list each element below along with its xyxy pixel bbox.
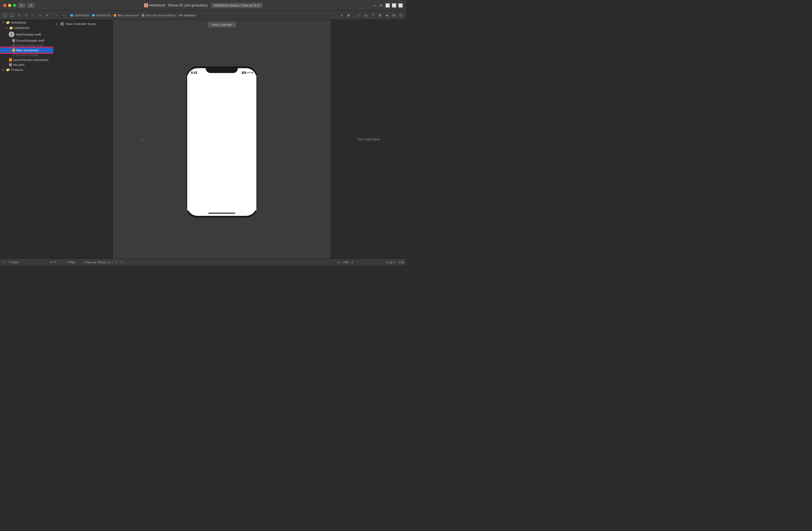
locate-icon[interactable]: ◎	[363, 12, 369, 18]
filter-left-area: ⊙ Filter	[8, 261, 18, 264]
inspector-toggle-icon[interactable]: ⊞	[346, 12, 351, 18]
hide-navigator-button[interactable]	[2, 12, 8, 18]
view-as-label: View as: iPhone 11	[86, 261, 111, 264]
svg-rect-24	[61, 23, 62, 25]
add-button[interactable]: +	[372, 3, 377, 8]
sidebar-item-assets[interactable]: Assets.xcassets	[0, 53, 54, 57]
new-file-icon[interactable]: □	[356, 12, 362, 18]
zoom-out-button[interactable]: —	[337, 260, 341, 264]
svg-rect-16	[12, 44, 15, 47]
svg-rect-3	[3, 14, 7, 17]
layout-single-icon[interactable]: ⬜	[385, 3, 390, 8]
run-button[interactable]: ▶	[18, 3, 25, 8]
filter-x-icon[interactable]: ✕	[54, 261, 56, 264]
navigator-panel: ▶ 📁 HelloWorld ▶ 📁 HelloWorld AppDelegat…	[0, 20, 54, 259]
svg-text:SB: SB	[13, 50, 15, 51]
scene-item-vc[interactable]: ▶ View Controller Scene	[54, 21, 113, 27]
embed-button[interactable]: ⊞	[401, 261, 404, 264]
svg-text:S: S	[13, 40, 14, 42]
toggle-panel-button[interactable]	[9, 12, 15, 18]
vc-label-bar: View Controller	[113, 20, 331, 27]
device-inspector-icon[interactable]: ⊡	[398, 12, 404, 18]
sidebar-products-label: Products	[11, 68, 23, 71]
minimize-button[interactable]	[8, 4, 11, 7]
maximize-button[interactable]	[13, 4, 16, 7]
entry-point-arrow: →	[140, 136, 145, 142]
vc-cube-icon	[61, 23, 63, 25]
main-layout: ▶ 📁 HelloWorld ▶ 📁 HelloWorld AppDelegat…	[0, 20, 406, 259]
titlebar-center: HelloWorld › iPhone SE (2nd generation) …	[37, 3, 370, 8]
environment-icon[interactable]: ○	[30, 12, 36, 18]
iphone-frame: 9:41 ▐▐▐ WiFi ▮	[186, 65, 258, 219]
nav-buttons: ‹ ›	[55, 12, 67, 18]
breadcrumb-selection[interactable]: No Selection	[179, 14, 196, 17]
breadcrumb-storyboard[interactable]: Main.storyboard	[117, 14, 139, 17]
assets-file-icon	[12, 54, 15, 57]
stop-button[interactable]: ■	[27, 3, 34, 8]
filter-right-icon: ⊙	[66, 261, 68, 264]
list-view-icon[interactable]: ≡	[338, 12, 345, 18]
sidebar-mainstoryboard-label: Main.storyboard	[16, 48, 38, 52]
filter-hierarchy-icon[interactable]: ⊙	[50, 261, 52, 264]
filter-icon[interactable]: ≡	[44, 12, 50, 18]
breadcrumb-storyboard-icon	[114, 14, 116, 17]
breadcrumb: HelloWorld › HelloWorld › Main.storyboar…	[70, 14, 337, 17]
sidebar-item-launchscreen[interactable]: LaunchScreen.storyboard	[0, 57, 54, 62]
launchscreen-icon	[9, 58, 12, 61]
split-horizontal-icon[interactable]: ⇄	[379, 3, 383, 8]
sidebar-item-mainstoryboard[interactable]: SB Main.storyboard	[0, 48, 54, 53]
disclosure-triangle-group: ▶	[5, 27, 8, 29]
toolbar: ⚠ ◇ ○ ⑂ ≡ ‹ › HelloWorld › HelloWorld › …	[0, 11, 406, 20]
breadcrumb-project[interactable]: HelloWorld	[74, 14, 89, 17]
forward-nav-button[interactable]: ›	[61, 12, 67, 18]
help-icon[interactable]: ?	[370, 12, 376, 18]
root-folder-icon: 📁	[6, 21, 10, 25]
scene-disclosure: ▶	[56, 23, 59, 25]
layout-split-icon[interactable]: ⬜	[392, 3, 396, 8]
layout-triple-icon[interactable]: ⬜	[398, 3, 403, 8]
library-icon[interactable]: ⊞	[377, 12, 383, 18]
sidebar-item-scenedelegate[interactable]: S SceneDelegate.swift	[0, 38, 54, 43]
inspector-icon[interactable]: ◈	[384, 12, 390, 18]
arrow-symbol: →	[140, 136, 145, 142]
sidebar-appdelegate-label: AppDelegate.swift	[16, 33, 41, 36]
scene-panel: ▶ View Controller Scene	[54, 20, 113, 259]
bottom-center: ⊙ Filter □ View as: iPhone 11 (⌃C ⌃R) — …	[60, 260, 353, 264]
iphone-status-bar: 9:41 ▐▐▐ WiFi ▮	[186, 68, 258, 77]
sidebar-root-label: HelloWorld	[11, 21, 26, 24]
plist-icon: PL	[9, 63, 12, 66]
build-status: HelloWorld: Ready | Today at 19:12	[211, 3, 263, 8]
titlebar-right-controls: + ⇄ ⬜ ⬜ ⬜	[372, 3, 403, 8]
sidebar-item-appicon[interactable]: AppDelegate.swift	[0, 31, 54, 38]
sidebar-item-viewcontroller[interactable]: ViewController.swift	[0, 43, 54, 48]
bottom-right: ⊙ ⊟ ⊢ ⊣ ⊞	[356, 261, 404, 264]
fit-canvas-button[interactable]: ⊙	[386, 261, 389, 264]
battery-icon: ▮	[251, 71, 253, 74]
not-applicable-label: Not Applicable	[358, 137, 380, 141]
svg-rect-8	[92, 15, 95, 16]
svg-text:PL: PL	[10, 64, 11, 66]
breadcrumb-group[interactable]: HelloWorld	[96, 14, 111, 17]
breakpoint-icon[interactable]: ◇	[23, 12, 29, 18]
storyboard-file-icon: SB	[12, 48, 15, 52]
add-file-button[interactable]: +	[2, 260, 6, 264]
view-as-area: □ View as: iPhone 11 (⌃C ⌃R)	[83, 261, 124, 264]
project-name: HelloWorld	[149, 3, 165, 7]
sidebar-item-group[interactable]: ▶ 📁 HelloWorld	[0, 25, 54, 31]
sidebar-item-products[interactable]: ▶ 📁 Products	[0, 67, 54, 73]
add-constraint-button[interactable]: ⊟	[390, 261, 393, 264]
breadcrumb-base[interactable]: Main.storyboard (Base)	[145, 14, 176, 17]
sidebar-item-root[interactable]: ▶ 📁 HelloWorld	[0, 20, 54, 25]
align-button[interactable]: ⊢	[394, 261, 396, 264]
signal-icon: ▐▐▐	[241, 71, 246, 74]
close-button[interactable]	[3, 4, 6, 7]
zoom-in-button[interactable]: +	[351, 260, 353, 264]
zoom-percent: 79%	[343, 261, 349, 264]
source-control-icon[interactable]: ⑂	[37, 12, 43, 18]
warning-icon[interactable]: ⚠	[16, 12, 22, 18]
back-nav-button[interactable]: ‹	[55, 12, 60, 18]
hide-inspector-icon[interactable]: ⊟	[391, 12, 397, 18]
group-folder-icon: 📁	[9, 26, 13, 30]
resolve-button[interactable]: ⊣	[397, 261, 400, 264]
sidebar-item-infoplist[interactable]: PL Info.plist	[0, 62, 54, 67]
